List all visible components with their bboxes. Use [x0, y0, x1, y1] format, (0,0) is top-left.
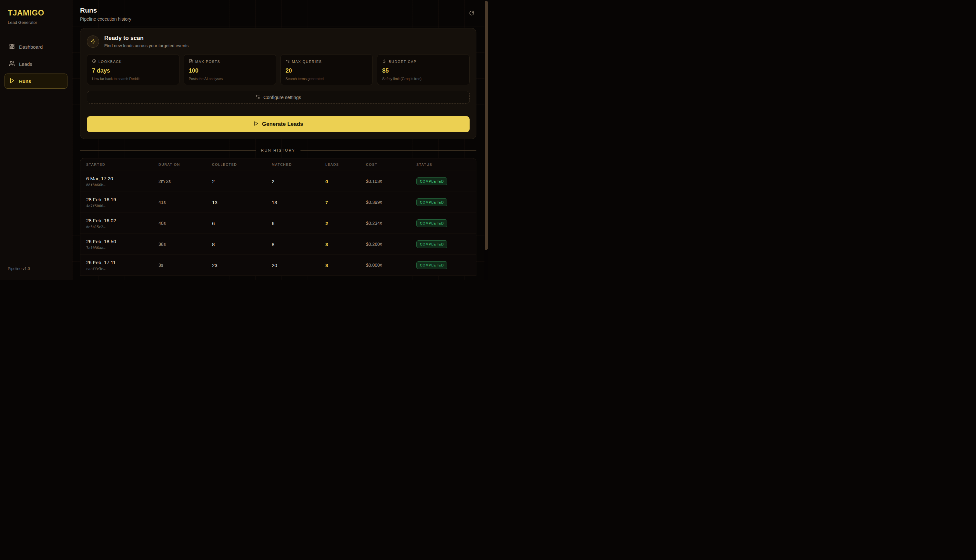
- page-subtitle: Pipeline execution history: [80, 17, 131, 22]
- app-tagline: Lead Generator: [8, 20, 64, 25]
- status-badge: COMPLETED: [416, 198, 447, 206]
- sliders-icon: [255, 95, 260, 100]
- run-started: 26 Feb, 18:50: [86, 239, 158, 244]
- run-matched: 13: [272, 200, 325, 205]
- logo-block: TJAMIGO Lead Generator: [0, 0, 72, 32]
- run-cost: $0.234¢: [366, 221, 416, 226]
- dashboard-icon: [9, 43, 15, 50]
- run-duration: 38s: [158, 242, 212, 247]
- version-label: Pipeline v1.0: [8, 267, 30, 271]
- run-id: 7a1036aa…: [86, 246, 158, 250]
- bolt-icon: [87, 35, 99, 48]
- run-collected: 2: [212, 179, 272, 184]
- sidebar-item-label: Leads: [19, 61, 32, 67]
- sidebar: TJAMIGO Lead Generator Dashboard Leads R…: [0, 0, 72, 280]
- run-history-label: RUN HISTORY: [261, 148, 295, 152]
- stat-card: MAX POSTS 100 Posts the AI analyses: [184, 54, 276, 85]
- table-row[interactable]: 26 Feb, 17:11 caaffe3e… 3s 23 20 8 $0.00…: [80, 255, 476, 276]
- run-cost: $0.260¢: [366, 242, 416, 247]
- refresh-icon: [469, 12, 474, 17]
- run-matched: 8: [272, 242, 325, 247]
- page-header: Runs Pipeline execution history: [80, 7, 476, 22]
- table-row[interactable]: 26 Feb, 18:50 7a1036aa… 38s 8 8 3 $0.260…: [80, 234, 476, 255]
- scrollbar-track[interactable]: [484, 0, 488, 280]
- configure-settings-button[interactable]: Configure settings: [87, 91, 470, 103]
- sidebar-item[interactable]: Dashboard: [5, 39, 67, 55]
- run-leads: 7: [325, 200, 366, 205]
- stat-card: MAX QUERIES 20 Search terms generated: [280, 54, 373, 85]
- main-content: Runs Pipeline execution history Ready to…: [72, 0, 488, 280]
- run-collected: 13: [212, 200, 272, 205]
- scan-card: Ready to scan Find new leads across your…: [80, 28, 476, 139]
- table-header-row: STARTED DURATION COLLECTED MATCHED LEADS…: [80, 158, 476, 171]
- sidebar-item[interactable]: Leads: [5, 57, 67, 72]
- run-leads: 3: [325, 242, 366, 247]
- run-id: 4a7f5000…: [86, 204, 158, 208]
- run-started: 28 Feb, 16:02: [86, 218, 158, 223]
- run-duration: 41s: [158, 200, 212, 205]
- column-header: COST: [366, 163, 416, 167]
- stat-value: 7 days: [92, 67, 174, 74]
- status-badge: COMPLETED: [416, 240, 447, 248]
- stat-label: LOOKBACK: [98, 60, 122, 63]
- run-leads: 2: [325, 221, 366, 226]
- sidebar-nav: Dashboard Leads Runs: [0, 32, 72, 96]
- column-header: COLLECTED: [212, 163, 272, 167]
- status-badge: COMPLETED: [416, 261, 447, 269]
- sidebar-item-label: Runs: [19, 78, 31, 84]
- column-header: STARTED: [86, 163, 158, 167]
- status-badge: COMPLETED: [416, 177, 447, 185]
- table-row[interactable]: 6 Mar, 17:20 88f3b66b… 2m 2s 2 2 0 $0.10…: [80, 171, 476, 192]
- stats-row: LOOKBACK 7 days How far back to search R…: [87, 54, 470, 85]
- table-row[interactable]: 28 Feb, 16:19 4a7f5000… 41s 13 13 7 $0.3…: [80, 192, 476, 213]
- run-id: caaffe3e…: [86, 267, 158, 271]
- run-cost: $0.000¢: [366, 263, 416, 268]
- users-icon: [9, 61, 15, 67]
- app-logo: TJAMIGO: [8, 8, 64, 17]
- run-started: 6 Mar, 17:20: [86, 176, 158, 181]
- scan-card-title: Ready to scan: [104, 35, 189, 42]
- document-icon: [189, 59, 193, 65]
- run-started: 26 Feb, 17:11: [86, 260, 158, 265]
- run-collected: 8: [212, 242, 272, 247]
- run-history-divider: RUN HISTORY: [80, 148, 476, 152]
- run-leads: 8: [325, 263, 366, 268]
- run-matched: 2: [272, 179, 325, 184]
- run-matched: 20: [272, 263, 325, 268]
- run-duration: 3s: [158, 263, 212, 268]
- scan-card-subtitle: Find new leads across your targeted even…: [104, 43, 189, 48]
- run-leads: 0: [325, 179, 366, 184]
- scan-card-header: Ready to scan Find new leads across your…: [87, 35, 470, 48]
- run-collected: 23: [212, 263, 272, 268]
- sidebar-footer: Pipeline v1.0: [0, 260, 72, 280]
- scrollbar-thumb[interactable]: [485, 1, 488, 250]
- stat-value: 100: [189, 67, 271, 74]
- page-title: Runs: [80, 7, 131, 14]
- stat-card: BUDGET CAP $5 Safety limit (Groq is free…: [377, 54, 470, 85]
- generate-leads-button[interactable]: Generate Leads: [87, 116, 470, 132]
- run-started: 28 Feb, 16:19: [86, 197, 158, 202]
- run-collected: 6: [212, 221, 272, 226]
- column-header: MATCHED: [272, 163, 325, 167]
- stat-caption: Safety limit (Groq is free): [382, 77, 464, 81]
- column-header: DURATION: [158, 163, 212, 167]
- stat-label: MAX POSTS: [195, 60, 220, 63]
- refresh-button[interactable]: [467, 8, 476, 19]
- stat-label: MAX QUERIES: [292, 60, 322, 63]
- sidebar-item-label: Dashboard: [19, 44, 43, 50]
- status-badge: COMPLETED: [416, 219, 447, 227]
- play-icon: [9, 78, 15, 85]
- run-matched: 6: [272, 221, 325, 226]
- sidebar-item[interactable]: Runs: [5, 73, 67, 89]
- stat-caption: How far back to search Reddit: [92, 77, 174, 81]
- run-duration: 2m 2s: [158, 179, 212, 184]
- stat-value: 20: [285, 67, 368, 74]
- run-cost: $0.399¢: [366, 200, 416, 205]
- stat-card: LOOKBACK 7 days How far back to search R…: [87, 54, 179, 85]
- card-divider: [87, 110, 470, 110]
- table-row[interactable]: 28 Feb, 16:02 de5b15c2… 40s 6 6 2 $0.234…: [80, 213, 476, 234]
- stat-caption: Posts the AI analyses: [189, 77, 271, 81]
- run-cost: $0.103¢: [366, 179, 416, 184]
- run-id: de5b15c2…: [86, 225, 158, 229]
- sliders-icon: [285, 59, 290, 65]
